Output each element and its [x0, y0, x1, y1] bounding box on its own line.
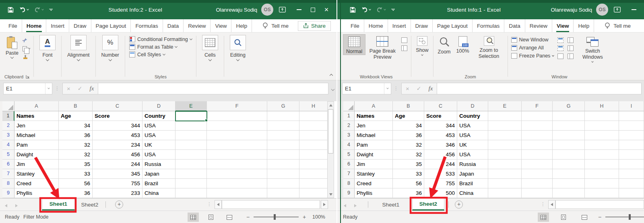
grid-cell-g1[interactable] [267, 111, 299, 121]
menu-tab-data[interactable]: Data [504, 19, 525, 32]
grid-cell-e8[interactable] [488, 179, 522, 188]
previous-sheet-button[interactable] [344, 202, 346, 209]
grid-cell-c8[interactable]: 755 [424, 179, 457, 188]
row-header-4[interactable]: 4 [2, 140, 14, 150]
column-header-h[interactable]: H [585, 101, 619, 111]
select-all-corner[interactable] [343, 101, 355, 111]
zoom-100-button[interactable]: 100% [454, 34, 472, 54]
cancel-icon[interactable]: × [67, 85, 70, 92]
next-sheet-button[interactable] [354, 202, 357, 209]
grid-cell-a5[interactable]: Dwight [355, 150, 393, 160]
row-header-5[interactable]: 5 [343, 150, 355, 160]
menu-tab-review[interactable]: Review [525, 19, 552, 32]
row-header-7[interactable]: 7 [2, 169, 14, 179]
grid-cell-a6[interactable]: Jim [355, 160, 393, 169]
grid-cell-f7[interactable] [207, 169, 267, 179]
grid-cell-b4[interactable]: 32 [59, 140, 93, 150]
horizontal-scrollbar[interactable] [222, 200, 320, 209]
grid-cell-c1[interactable]: Score [424, 111, 457, 121]
grid-cell-b3[interactable]: 36 [393, 131, 424, 140]
grid-cell-e4[interactable] [175, 140, 207, 150]
tell-me[interactable]: Tell me [605, 22, 631, 29]
grid-cell-f5[interactable] [522, 150, 553, 160]
grid-cell-h7[interactable] [585, 169, 619, 179]
grid-cell-b4[interactable]: 32 [393, 140, 424, 150]
grid-cell-b2[interactable]: 34 [59, 121, 93, 131]
save-icon[interactable] [348, 5, 358, 14]
sheet-tab-sheet1[interactable]: Sheet1 [378, 198, 404, 211]
cut-button[interactable]: ✂ [23, 37, 30, 43]
grid-cell-g1[interactable] [553, 111, 585, 121]
grid-cell-e9[interactable] [488, 188, 522, 198]
ribbon-display-options-button[interactable] [279, 7, 286, 12]
zoom-slider-handle[interactable] [274, 214, 276, 220]
row-header-8[interactable]: 8 [2, 179, 14, 188]
grid-cell-i8[interactable] [619, 179, 644, 188]
grid-cell-i5[interactable] [619, 150, 644, 160]
menu-tab-view[interactable]: View [211, 19, 231, 32]
column-header-i[interactable]: I [619, 101, 644, 111]
horizontal-scrollbar[interactable] [555, 200, 644, 209]
grid-cell-h5[interactable] [299, 150, 328, 160]
grid-cell-d2[interactable]: USA [142, 121, 175, 131]
grid-cell-g6[interactable] [553, 160, 585, 169]
grid-cell-e2[interactable] [488, 121, 522, 131]
new-sheet-button[interactable]: + [115, 200, 123, 209]
row-header-1[interactable]: 1 [2, 111, 14, 121]
menu-tab-help[interactable]: Help [231, 19, 252, 32]
grid-cell-a8[interactable]: Creed [355, 179, 393, 188]
column-header-g[interactable]: G [267, 101, 299, 111]
grid-cell-g4[interactable] [553, 140, 585, 150]
grid-cell-b5[interactable]: 32 [393, 150, 424, 160]
grid-cell-c4[interactable]: 234 [93, 140, 142, 150]
avatar[interactable]: OS [261, 4, 273, 16]
grid-cell-d7[interactable]: Japan [457, 169, 488, 179]
column-header-h[interactable]: H [299, 101, 328, 111]
vertical-scrollbar-thumb[interactable] [328, 109, 333, 153]
grid-cell-c9[interactable]: 233 [93, 188, 142, 198]
menu-tab-insert[interactable]: Insert [46, 19, 69, 32]
grid-cell-d4[interactable]: UK [142, 140, 175, 150]
menu-tab-review[interactable]: Review [184, 19, 211, 32]
grid-cell-e1[interactable] [488, 111, 522, 121]
menu-tab-home[interactable]: Home [364, 19, 388, 32]
grid-cell-i6[interactable] [619, 160, 644, 169]
scroll-right-button[interactable] [321, 200, 328, 209]
row-header-3[interactable]: 3 [2, 131, 14, 140]
column-header-d[interactable]: D [457, 101, 488, 111]
row-header-9[interactable]: 9 [343, 188, 355, 198]
grid-cell-d6[interactable]: Russia [142, 160, 175, 169]
menu-tab-formulas[interactable]: Formulas [473, 19, 504, 32]
grid-cell-a9[interactable]: Phyllis [14, 188, 59, 198]
grid-cell-h4[interactable] [585, 140, 619, 150]
grid-cell-d9[interactable]: China [142, 188, 175, 198]
menu-tab-data[interactable]: Data [163, 19, 184, 32]
grid-cell-f6[interactable] [522, 160, 553, 169]
grid-cell-b8[interactable]: 56 [393, 179, 424, 188]
grid-cell-h6[interactable] [299, 160, 328, 169]
grid-cell-e6[interactable] [488, 160, 522, 169]
grid-cell-g9[interactable] [267, 188, 299, 198]
enter-icon[interactable]: ✓ [78, 85, 83, 92]
collapse-ribbon-button[interactable] [330, 71, 332, 78]
formula-bar-grip[interactable]: ⋮ [394, 86, 399, 91]
copy-button[interactable] [23, 46, 30, 51]
grid-cell-c1[interactable]: Score [93, 111, 142, 121]
grid-cell-a9[interactable]: Phyllis [355, 188, 393, 198]
grid-cell-d2[interactable]: USA [457, 121, 488, 131]
column-header-f[interactable]: F [522, 101, 553, 111]
zoom-slider[interactable] [254, 217, 299, 217]
grid-cell-h3[interactable] [299, 131, 328, 140]
grid-cell-f4[interactable] [522, 140, 553, 150]
grid-cell-g7[interactable] [553, 169, 585, 179]
zoom-slider[interactable] [605, 217, 644, 217]
share-button[interactable]: Share [298, 21, 331, 31]
grid-cell-f1[interactable] [522, 111, 553, 121]
grid-cell-d8[interactable]: Brazil [457, 179, 488, 188]
grid-cell-f4[interactable] [207, 140, 267, 150]
grid-cell-g3[interactable] [553, 131, 585, 140]
grid-cell-h9[interactable] [585, 188, 619, 198]
name-box[interactable]: E1 [342, 83, 391, 94]
new-sheet-button[interactable]: + [455, 200, 463, 209]
minimize-button[interactable] [627, 4, 641, 16]
